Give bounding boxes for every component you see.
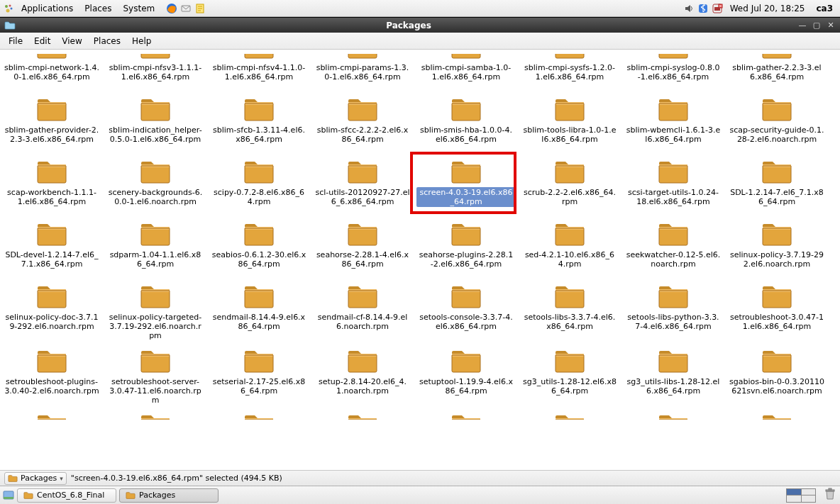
file-item[interactable]: sblim-gather-provider-2.2.3-3.el6.x86_64…	[0, 94, 104, 156]
file-item[interactable]: seahorse-plugins-2.28.1-2.el6.x86_64.rpm	[414, 218, 518, 281]
taskbar-item-packages[interactable]: Packages	[119, 488, 219, 503]
bluetooth-icon[interactable]	[697, 3, 709, 14]
file-item[interactable]: scap-security-guide-0.1.28-2.el6.noarch.…	[725, 94, 829, 156]
file-item[interactable]: setroubleshoot-server-3.0.47-11.el6.noar…	[104, 345, 207, 410]
file-item[interactable]: sendmail-8.14.4-9.el6.x86_64.rpm	[207, 281, 311, 345]
file-item[interactable]: sed-4.2.1-10.el6.x86_64.rpm	[518, 218, 621, 281]
file-item[interactable]	[414, 410, 518, 420]
file-item[interactable]: sg3_utils-libs-1.28-12.el6.x86_64.rpm	[621, 345, 725, 410]
file-item[interactable]: sgabios-bin-0-0.3.20110621svn.el6.noarch…	[725, 345, 829, 410]
file-item[interactable]: sblim-cmpi-syslog-0.8.0-1.el6.x86_64.rpm	[621, 52, 725, 94]
panel-applications-menu[interactable]: Applications	[17, 2, 77, 15]
close-button[interactable]: ✕	[826, 21, 836, 30]
file-item[interactable]	[0, 410, 104, 420]
icon-view[interactable]: sblim-cmpi-network-1.4.0-1.el6.x86_64.rp…	[0, 50, 840, 470]
trash-icon[interactable]	[823, 487, 837, 503]
menu-file[interactable]: File	[3, 35, 28, 47]
minimize-button[interactable]: —	[797, 21, 807, 30]
network-icon[interactable]	[712, 3, 723, 14]
file-item[interactable]: sblim-cmpi-nfsv3-1.1.1-1.el6.x86_64.rpm	[104, 52, 207, 94]
file-item[interactable]	[207, 410, 311, 420]
package-icon	[553, 157, 587, 186]
file-item[interactable]: sblim-sfcb-1.3.11-4.el6.x86_64.rpm	[207, 94, 311, 156]
file-item[interactable]: setools-libs-3.3.7-4.el6.x86_64.rpm	[518, 281, 621, 345]
file-item[interactable]: SDL-devel-1.2.14-7.el6_7.1.x86_64.rpm	[0, 218, 104, 281]
file-item[interactable]: sblim-cmpi-sysfs-1.2.0-1.el6.x86_64.rpm	[518, 52, 621, 94]
file-label: selinux-policy-3.7.19-292.el6.noarch.rpm	[727, 250, 827, 269]
file-item[interactable]: sblim-tools-libra-1.0-1.el6.x86_64.rpm	[518, 94, 621, 156]
package-icon	[35, 157, 69, 186]
volume-icon[interactable]	[683, 3, 695, 14]
package-icon	[346, 220, 380, 248]
file-item[interactable]: sblim-indication_helper-0.5.0-1.el6.x86_…	[104, 94, 207, 156]
file-item[interactable]: setup-2.8.14-20.el6_4.1.noarch.rpm	[311, 345, 414, 410]
file-item[interactable]: sblim-cmpi-nfsv4-1.1.0-1.el6.x86_64.rpm	[207, 52, 311, 94]
window-titlebar[interactable]: Packages — ▢ ✕	[0, 17, 840, 33]
package-icon	[242, 95, 276, 123]
package-icon	[35, 411, 69, 420]
menu-view[interactable]: View	[56, 35, 87, 47]
window-title: Packages	[20, 21, 797, 30]
file-item[interactable]: sblim-cmpi-params-1.3.0-1.el6.x86_64.rpm	[311, 52, 414, 94]
email-launcher-icon[interactable]	[180, 3, 192, 14]
file-label: sblim-cmpi-params-1.3.0-1.el6.x86_64.rpm	[313, 62, 412, 82]
file-label: sblim-indication_helper-0.5.0-1.el6.x86_…	[106, 125, 205, 145]
file-item[interactable]: setools-libs-python-3.3.7-4.el6.x86_64.r…	[621, 281, 725, 345]
file-item[interactable]	[104, 410, 207, 420]
file-item[interactable]: SDL-1.2.14-7.el6_7.1.x86_64.rpm	[725, 156, 829, 218]
file-item[interactable]: scsi-target-utils-1.0.24-18.el6.x86_64.r…	[621, 156, 725, 218]
file-item[interactable]: setserial-2.17-25.el6.x86_64.rpm	[207, 345, 311, 410]
file-item[interactable]: scl-utils-20120927-27.el6_6.x86_64.rpm	[311, 156, 414, 218]
firefox-launcher-icon[interactable]	[166, 3, 177, 14]
file-item[interactable]: setroubleshoot-3.0.47-11.el6.x86_64.rpm	[725, 281, 829, 345]
file-item[interactable]: setuptool-1.19.9-4.el6.x86_64.rpm	[414, 345, 518, 410]
file-item[interactable]	[725, 410, 829, 420]
workspace-switcher[interactable]	[786, 488, 816, 503]
file-item[interactable]: sdparm-1.04-1.1.el6.x86_64.rpm	[104, 218, 207, 281]
show-desktop-icon[interactable]	[3, 490, 14, 501]
menu-edit[interactable]: Edit	[28, 35, 56, 47]
file-item[interactable]: sblim-cmpi-samba-1.0-1.el6.x86_64.rpm	[414, 52, 518, 94]
file-item[interactable]: screen-4.0.3-19.el6.x86_64.rpm	[414, 156, 518, 218]
file-item[interactable]: sg3_utils-1.28-12.el6.x86_64.rpm	[518, 345, 621, 410]
file-item[interactable]: sblim-sfcc-2.2.2-2.el6.x86_64.rpm	[311, 94, 414, 156]
file-item[interactable]: sblim-cmpi-network-1.4.0-1.el6.x86_64.rp…	[0, 52, 104, 94]
file-item[interactable]: setroubleshoot-plugins-3.0.40-2.el6.noar…	[0, 345, 104, 410]
menu-help[interactable]: Help	[126, 35, 157, 47]
package-icon	[553, 282, 587, 310]
file-item[interactable]: selinux-policy-3.7.19-292.el6.noarch.rpm	[725, 218, 829, 281]
file-item[interactable]	[311, 410, 414, 420]
clock[interactable]: Wed Jul 20, 18:25	[726, 4, 809, 13]
menu-places[interactable]: Places	[88, 35, 126, 47]
file-item[interactable]: setools-console-3.3.7-4.el6.x86_64.rpm	[414, 281, 518, 345]
taskbar-item-centos[interactable]: CentOS_6.8_Final	[17, 488, 116, 503]
file-label: scrub-2.2-2.el6.x86_64.rpm	[520, 187, 619, 207]
file-item[interactable]: scrub-2.2-2.el6.x86_64.rpm	[518, 156, 621, 218]
file-item[interactable]: selinux-policy-doc-3.7.19-292.el6.noarch…	[0, 281, 104, 345]
file-item[interactable]: seekwatcher-0.12-5.el6.noarch.rpm	[621, 218, 725, 281]
file-label: setserial-2.17-25.el6.x86_64.rpm	[209, 376, 309, 396]
file-label: setools-libs-3.3.7-4.el6.x86_64.rpm	[520, 312, 619, 332]
user-menu[interactable]: ca3	[812, 4, 837, 13]
panel-places-menu[interactable]: Places	[80, 2, 116, 15]
package-icon	[760, 157, 794, 186]
package-icon	[242, 282, 276, 310]
file-item[interactable]: scipy-0.7.2-8.el6.x86_64.rpm	[207, 156, 311, 218]
file-item[interactable]	[621, 410, 725, 420]
maximize-button[interactable]: ▢	[812, 21, 822, 30]
file-item[interactable]: sblim-wbemcli-1.6.1-3.el6.x86_64.rpm	[621, 94, 725, 156]
notes-launcher-icon[interactable]	[194, 3, 206, 14]
file-label: sblim-cmpi-samba-1.0-1.el6.x86_64.rpm	[416, 62, 516, 82]
file-item[interactable]: sblim-smis-hba-1.0.0-4.el6.x86_64.rpm	[414, 94, 518, 156]
file-label: scl-utils-20120927-27.el6_6.x86_64.rpm	[313, 187, 412, 207]
file-item[interactable]: seabios-0.6.1.2-30.el6.x86_64.rpm	[207, 218, 311, 281]
file-item[interactable]: scap-workbench-1.1.1-1.el6.x86_64.rpm	[0, 156, 104, 218]
file-item[interactable]	[518, 410, 621, 420]
panel-system-menu[interactable]: System	[118, 2, 159, 15]
file-item[interactable]: sblim-gather-2.2.3-3.el6.x86_64.rpm	[725, 52, 829, 94]
file-item[interactable]: scenery-backgrounds-6.0.0-1.el6.noarch.r…	[104, 156, 207, 218]
file-item[interactable]: seahorse-2.28.1-4.el6.x86_64.rpm	[311, 218, 414, 281]
file-item[interactable]: selinux-policy-targeted-3.7.19-292.el6.n…	[104, 281, 207, 345]
file-item[interactable]: sendmail-cf-8.14.4-9.el6.noarch.rpm	[311, 281, 414, 345]
location-combo[interactable]: Packages ▾	[4, 472, 67, 485]
